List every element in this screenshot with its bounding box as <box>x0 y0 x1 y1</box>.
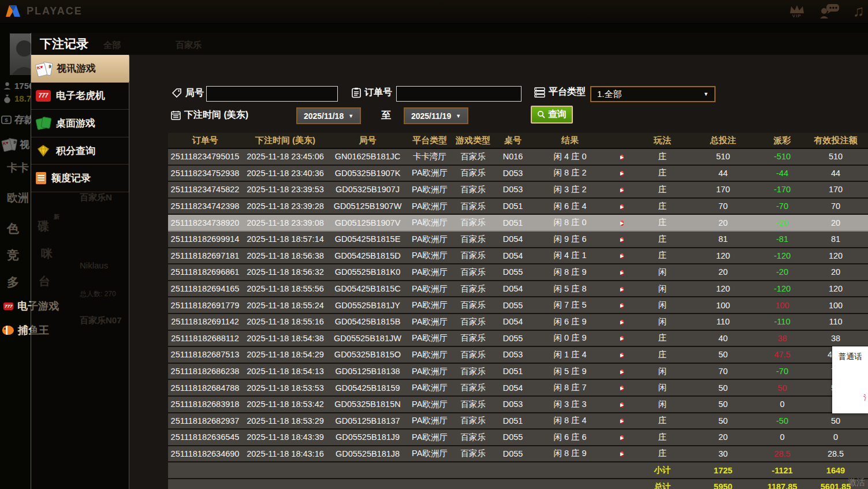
cell-time: 2025-11-18 18:54:29 <box>242 350 329 359</box>
play-button[interactable]: ▶ <box>620 287 624 292</box>
cell-play: ▶ <box>608 267 636 278</box>
sidebar-item-slots[interactable]: 777 电子老虎机 <box>31 83 129 110</box>
order-input[interactable] <box>396 86 521 102</box>
play-button[interactable]: ▶ <box>620 221 624 226</box>
cell-valid-bet: 120 <box>807 251 865 260</box>
cell-order: 251118182686238 <box>168 367 242 376</box>
col-header: 有效投注额 <box>807 135 865 146</box>
round-input[interactable] <box>206 86 338 102</box>
cell-valid-bet: 70 <box>807 201 865 211</box>
table-row[interactable]: 251118234745822 2025-11-18 23:39:53 GD05… <box>168 182 868 199</box>
platform-select[interactable]: 1.全部 ▼ <box>590 86 716 102</box>
cell-valid-bet: 120 <box>807 284 865 293</box>
activation-watermark: 激活 <box>848 477 868 488</box>
language-tooltip-text: 普通话 <box>839 352 862 362</box>
play-button[interactable]: ▶ <box>620 336 624 341</box>
table-row[interactable]: 251118182634690 2025-11-18 18:43:16 GD05… <box>168 446 868 463</box>
table-row[interactable]: 251118182696861 2025-11-18 18:56:32 GD05… <box>168 264 868 281</box>
table-row[interactable]: 251118234795015 2025-11-18 23:45:06 GN01… <box>168 149 868 166</box>
table-row[interactable]: 251118182682937 2025-11-18 18:53:29 GD05… <box>168 413 868 430</box>
music-button[interactable]: ♫ <box>853 2 865 20</box>
round-filter-label: 局号 <box>172 87 204 99</box>
cell-time: 2025-11-18 18:54:38 <box>242 334 329 343</box>
cell-table: D054 <box>493 234 532 244</box>
cell-game: 百家乐 <box>453 432 493 443</box>
cell-platform: PA欧洲厅 <box>407 415 453 426</box>
play-button[interactable]: ▶ <box>620 320 624 325</box>
play-button[interactable]: ▶ <box>620 402 624 408</box>
table-row[interactable]: 251118182686238 2025-11-18 18:54:13 GD05… <box>168 364 868 380</box>
cell-total-bet: 50 <box>688 350 758 359</box>
cell-payout: -110 <box>758 317 807 326</box>
cell-result: 闲 1 庄 4 <box>532 349 608 360</box>
table-row[interactable]: 251118182699914 2025-11-18 18:57:14 GD05… <box>168 232 868 248</box>
cell-total-bet: 110 <box>688 317 758 326</box>
col-header: 订单号 <box>168 135 242 146</box>
cell-time: 2025-11-18 18:53:53 <box>242 383 329 393</box>
cell-table: D053 <box>493 169 532 178</box>
cell-wager-type: 庄 <box>636 333 688 344</box>
play-button[interactable]: ▶ <box>620 204 624 210</box>
table-row[interactable]: 251118182694165 2025-11-18 18:55:56 GD05… <box>168 281 868 298</box>
cell-platform: PA欧洲厅 <box>407 382 453 393</box>
table-row[interactable]: 251118182687513 2025-11-18 18:54:29 GD05… <box>168 347 868 364</box>
cell-total-bet: 510 <box>688 152 758 161</box>
cell-platform: PA欧洲厅 <box>407 167 453 178</box>
table-row[interactable]: 251118182688112 2025-11-18 18:54:38 GD05… <box>168 331 868 348</box>
cell-play: ▶ <box>608 382 636 393</box>
cell-total-bet: 100 <box>688 301 758 310</box>
cell-wager-type: 闲 <box>636 300 688 311</box>
table-row[interactable]: 251118182697181 2025-11-18 18:56:38 GD05… <box>168 248 868 265</box>
sidebar-item-quota[interactable]: 额度记录 <box>31 165 129 192</box>
play-button[interactable]: ▶ <box>620 188 624 193</box>
cell-wager-type: 闲 <box>636 316 688 327</box>
table-row[interactable]: 251118182691142 2025-11-18 18:55:16 GD05… <box>168 314 868 331</box>
cell-wager-type: 庄 <box>636 415 688 426</box>
cell-platform: PA欧洲厅 <box>407 432 453 443</box>
cell-platform: PA欧洲厅 <box>407 217 453 228</box>
cell-result: 闲 9 庄 6 <box>532 234 608 245</box>
play-button[interactable]: ▶ <box>620 155 624 160</box>
cell-round: GD05325B1815O <box>329 350 407 359</box>
table-row[interactable]: 251118182691779 2025-11-18 18:55:24 GD05… <box>168 297 868 314</box>
sidebar-item-video-games[interactable]: K♥9 视讯游戏 <box>31 55 129 83</box>
clownfish-icon <box>2 326 14 335</box>
table-row[interactable]: 251118182684788 2025-11-18 18:53:53 GD05… <box>168 380 868 397</box>
play-button[interactable]: ▶ <box>620 386 624 391</box>
date-from-select[interactable]: 2025/11/18 ▼ <box>296 107 361 124</box>
play-button[interactable]: ▶ <box>620 369 624 375</box>
play-button[interactable]: ▶ <box>620 435 624 441</box>
play-button[interactable]: ▶ <box>620 303 624 308</box>
chat-button[interactable] <box>819 3 840 19</box>
table-row[interactable]: 251118234738920 2025-11-18 23:39:08 GD05… <box>168 215 868 232</box>
sidebar-item-table-games[interactable]: 桌面游戏 <box>31 110 129 137</box>
cell-table: D055 <box>493 449 532 458</box>
vip-button[interactable]: VIP <box>787 3 807 18</box>
query-button[interactable]: 查询 <box>531 106 573 124</box>
play-button[interactable]: ▶ <box>620 270 624 275</box>
cell-platform: PA欧洲厅 <box>407 448 453 459</box>
table-row[interactable]: 251118182636545 2025-11-18 18:43:39 GD05… <box>168 430 868 446</box>
play-button[interactable]: ▶ <box>620 353 624 358</box>
col-header: 状态 <box>865 135 868 146</box>
cell-order: 251118182697181 <box>168 251 242 260</box>
cell-total-bet: 30 <box>688 449 758 458</box>
col-header: 游戏类型 <box>453 135 493 146</box>
cell-game: 百家乐 <box>453 300 493 311</box>
table-row[interactable]: 251118234742398 2025-11-18 23:39:28 GD05… <box>168 199 868 215</box>
chevron-down-icon: ▼ <box>456 113 461 119</box>
play-button[interactable]: ▶ <box>620 237 624 242</box>
play-button[interactable]: ▶ <box>620 253 624 259</box>
table-row[interactable]: 251118234752938 2025-11-18 23:40:36 GD05… <box>168 166 868 182</box>
slots-icon: 777 <box>36 90 51 102</box>
cell-table: D053 <box>493 400 532 409</box>
cell-result: 闲 5 庄 8 <box>532 283 608 294</box>
date-to-select[interactable]: 2025/11/19 ▼ <box>404 107 468 124</box>
play-button[interactable]: ▶ <box>620 451 624 457</box>
play-button[interactable]: ▶ <box>620 171 624 176</box>
cell-game: 百家乐 <box>453 234 493 245</box>
table-row[interactable]: 251118182683918 2025-11-18 18:53:42 GD05… <box>168 397 868 413</box>
sidebar-item-points[interactable]: 积分查询 <box>31 137 129 165</box>
play-button[interactable]: ▶ <box>620 419 624 424</box>
cell-platform: PA欧洲厅 <box>407 234 453 245</box>
